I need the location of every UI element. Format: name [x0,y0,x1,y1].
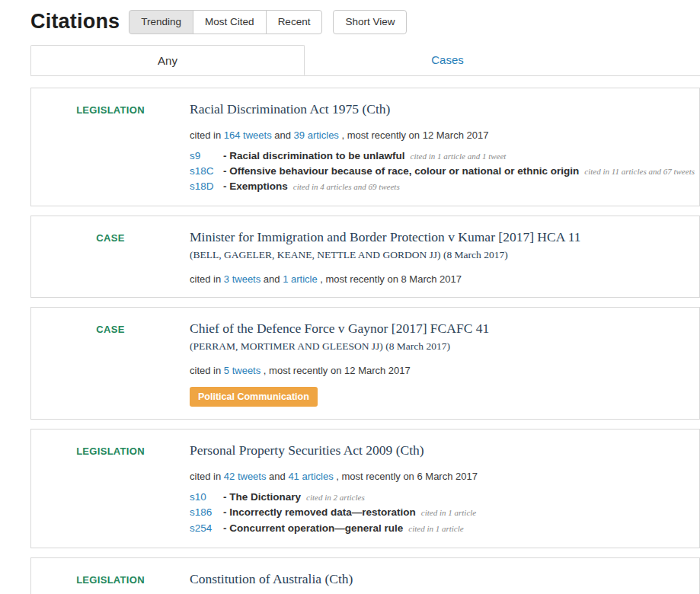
section-number-link[interactable]: s18D [190,180,223,193]
cited-text: and [261,273,283,285]
card-title[interactable]: Chief of the Defence Force v Gaynor [201… [190,321,684,337]
tab-any[interactable]: Any [30,45,305,75]
card-subtitle: (PERRAM, MORTIMER AND GLEESON JJ) (8 Mar… [190,340,684,353]
topic-tag-badge[interactable]: Political Communication [190,387,318,407]
section-description: - Racial discrimination to be unlawful [223,149,405,163]
cited-count-link[interactable]: 42 tweets [224,471,267,482]
card-title[interactable]: Personal Property Securities Act 2009 (C… [190,442,684,458]
cited-count-link[interactable]: 41 articles [288,471,333,482]
section-cited-note: cited in 1 article [421,507,476,519]
cited-line: cited in 42 tweets and 41 articles , mos… [190,471,684,482]
card-body: Chief of the Defence Force v Gaynor [201… [190,321,684,407]
cited-count-link[interactable]: 5 tweets [224,365,261,376]
section-description: - Concurrent operation—general rule [223,522,403,535]
section-row: s18C- Offensive behaviour because of rac… [190,164,684,178]
section-list: s9- Racial discrimination to be unlawful… [190,149,684,194]
cited-text: cited in [190,273,224,285]
result-type-tabs: Any Cases [30,45,700,76]
cited-count-link[interactable]: 39 articles [294,129,339,141]
cited-line: cited in 164 tweets and 39 articles , mo… [190,129,684,141]
section-row: s18D- Exemptionscited in 4 articles and … [190,180,684,193]
section-row: s9- Racial discrimination to be unlawful… [190,149,684,163]
card-type-label: LEGISLATION [31,101,190,194]
section-description: - Offensive behaviour because of race, c… [223,164,579,178]
citation-card: LEGISLATION Personal Property Securities… [30,429,700,548]
section-cited-note: cited in 2 articles [306,492,365,503]
tab-filler [590,45,700,75]
card-type-label: CASE [31,321,190,407]
cited-text: cited in [190,365,224,376]
card-type-label: LEGISLATION [31,442,190,535]
card-title[interactable]: Racial Discrimination Act 1975 (Cth) [190,101,684,117]
cited-text: , most recently on 8 March 2017 [318,273,462,285]
card-body: Minister for Immigration and Border Prot… [190,229,684,285]
card-body: Racial Discrimination Act 1975 (Cth) cit… [190,101,684,194]
cited-text: cited in [190,471,224,482]
card-title[interactable]: Minister for Immigration and Border Prot… [190,229,684,245]
short-view-button[interactable]: Short View [333,10,407,34]
tag-list: Political Communication [190,387,684,407]
section-number-link[interactable]: s186 [190,506,223,519]
cited-text: and [272,129,294,141]
citation-card: LEGISLATION Constitution of Australia (C… [30,557,700,594]
cited-text: , most recently on 6 March 2017 [334,471,478,482]
filter-most-cited-button[interactable]: Most Cited [193,10,267,34]
cited-text: and [266,471,288,482]
section-row: s10- The Dictionarycited in 2 articles [190,490,684,504]
citation-card: CASE Minister for Immigration and Border… [30,216,700,298]
section-description: - The Dictionary [223,490,301,504]
cited-count-link[interactable]: 3 tweets [224,273,261,285]
section-row: s186- Incorrectly removed data—restorati… [190,506,684,519]
section-cited-note: cited in 1 article and 1 tweet [411,151,507,162]
cited-text: , most recently on 12 March 2017 [261,365,411,376]
card-type-label: LEGISLATION [31,571,190,594]
section-number-link[interactable]: s9 [190,149,223,163]
card-type-label: CASE [31,229,190,285]
cited-line: cited in 5 tweets , most recently on 12 … [190,365,684,376]
page-title: Citations [30,10,120,34]
card-body: Personal Property Securities Act 2009 (C… [190,442,684,535]
filter-trending-button[interactable]: Trending [129,10,193,34]
filter-recent-button[interactable]: Recent [266,10,323,34]
card-subtitle: (BELL, GAGELER, KEANE, NETTLE AND GORDON… [190,249,684,261]
section-description: - Exemptions [223,180,288,193]
section-description: - Incorrectly removed data—restoration [223,506,416,519]
section-number-link[interactable]: s10 [190,490,223,504]
cited-count-link[interactable]: 164 tweets [224,129,272,141]
section-cited-note: cited in 1 article [408,523,463,535]
tab-cases[interactable]: Cases [305,45,590,75]
section-number-link[interactable]: s254 [190,522,223,535]
citation-card: CASE Chief of the Defence Force v Gaynor… [30,307,700,420]
section-cited-note: cited in 11 articles and 67 tweets [584,166,695,177]
section-row: s254- Concurrent operation—general rulec… [190,522,684,535]
filter-button-group: Trending Most Cited Recent [129,10,322,34]
card-title[interactable]: Constitution of Australia (Cth) [190,571,684,587]
cited-text: cited in [190,129,224,141]
section-number-link[interactable]: s18C [190,164,223,178]
cited-line: cited in 3 tweets and 1 article , most r… [190,273,684,285]
citation-cards-list: LEGISLATION Racial Discrimination Act 19… [30,88,700,594]
citation-card: LEGISLATION Racial Discrimination Act 19… [30,88,700,207]
cited-count-link[interactable]: 1 article [283,273,318,285]
section-cited-note: cited in 4 articles and 69 tweets [293,181,400,193]
cited-text: , most recently on 12 March 2017 [339,129,489,141]
section-list: s10- The Dictionarycited in 2 articless1… [190,490,684,535]
card-body: Constitution of Australia (Cth) cited in… [190,571,684,594]
header: Citations Trending Most Cited Recent Sho… [0,0,700,40]
